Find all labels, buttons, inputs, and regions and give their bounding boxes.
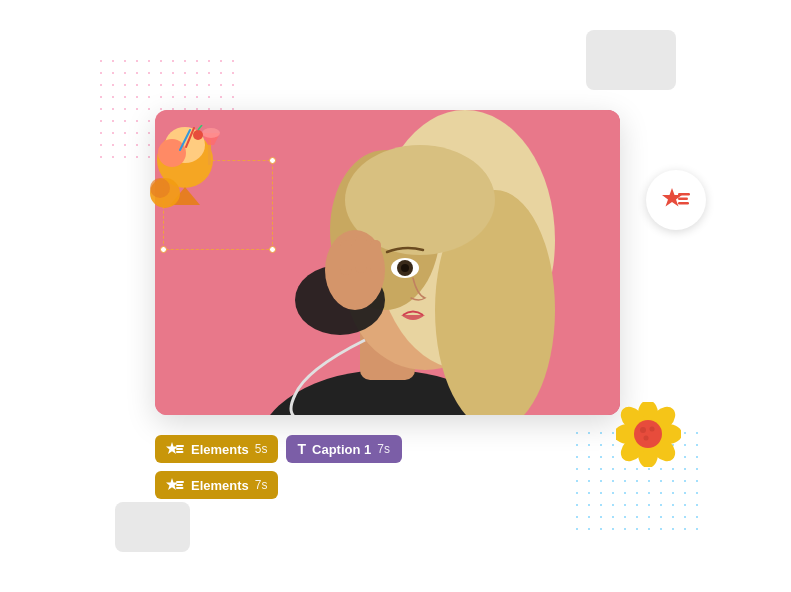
elements-icon-2 — [165, 477, 185, 493]
svg-point-6 — [202, 128, 220, 138]
svg-point-12 — [150, 178, 170, 198]
svg-rect-51 — [176, 481, 184, 483]
svg-rect-49 — [176, 451, 184, 453]
selection-handle-bl[interactable] — [160, 246, 167, 253]
timeline-area: Elements 5s T Caption 1 7s — [155, 435, 402, 499]
track-caption-1-label: Caption 1 — [312, 442, 371, 457]
svg-rect-47 — [176, 445, 184, 447]
svg-point-7 — [193, 130, 203, 140]
svg-point-24 — [401, 264, 409, 272]
track-elements-2-label: Elements — [191, 478, 249, 493]
timeline-row-2: Elements 7s — [155, 471, 402, 499]
svg-rect-48 — [176, 448, 183, 450]
svg-rect-52 — [176, 484, 183, 486]
svg-rect-28 — [355, 235, 367, 273]
svg-rect-27 — [340, 240, 352, 275]
timeline-row-1: Elements 5s T Caption 1 7s — [155, 435, 402, 463]
track-elements-2[interactable]: Elements 7s — [155, 471, 278, 499]
svg-point-41 — [644, 436, 649, 441]
track-elements-1[interactable]: Elements 5s — [155, 435, 278, 463]
elements-icon-1 — [165, 441, 185, 457]
svg-point-2 — [158, 139, 186, 167]
svg-rect-29 — [370, 240, 381, 273]
svg-rect-44 — [678, 197, 688, 200]
track-elements-2-duration: 7s — [255, 478, 268, 492]
sticker-flower — [616, 402, 681, 467]
track-caption-1-duration: 7s — [377, 442, 390, 456]
sticker-icecream — [130, 125, 240, 215]
svg-rect-45 — [678, 202, 689, 205]
svg-point-38 — [634, 420, 662, 448]
svg-line-8 — [198, 125, 202, 130]
svg-point-39 — [640, 427, 646, 433]
selection-handle-tr[interactable] — [269, 157, 276, 164]
track-caption-1[interactable]: T Caption 1 7s — [286, 435, 402, 463]
track-elements-1-label: Elements — [191, 442, 249, 457]
elements-badge-circle[interactable] — [646, 170, 706, 230]
selection-handle-br[interactable] — [269, 246, 276, 253]
badge-star-icon — [660, 186, 692, 215]
scene: Elements 5s T Caption 1 7s — [0, 0, 791, 592]
track-elements-1-duration: 5s — [255, 442, 268, 456]
caption-icon-1: T — [298, 441, 307, 457]
svg-point-40 — [650, 427, 655, 432]
bg-rect-bottom-left — [115, 502, 190, 552]
bg-rect-top-right — [586, 30, 676, 90]
svg-rect-43 — [678, 193, 690, 196]
svg-rect-53 — [176, 487, 184, 489]
